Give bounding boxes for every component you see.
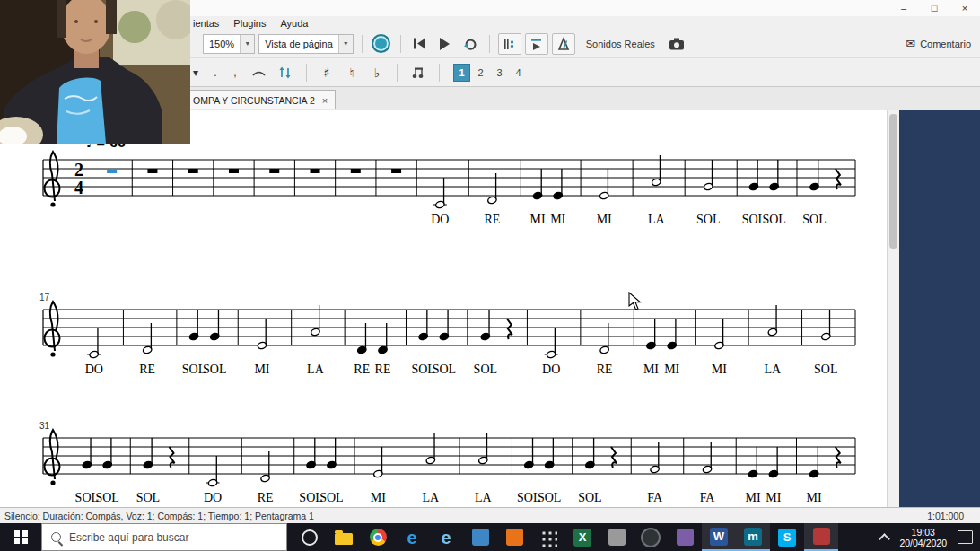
score-canvas[interactable]: 24♩ = 60DOREMIMIMILASOLSOLSOLSOL17DORESO… — [0, 110, 887, 507]
lyric-text[interactable]: MI — [766, 491, 781, 504]
measure-rest[interactable] — [391, 169, 401, 173]
cortana-icon[interactable] — [293, 523, 327, 551]
lyric-text[interactable]: MI — [643, 363, 659, 376]
lyric-text[interactable]: MI — [254, 363, 269, 376]
tie-button[interactable] — [248, 63, 269, 83]
lyric-text[interactable]: DO — [204, 491, 222, 504]
measure-rest[interactable] — [311, 169, 320, 173]
zoom-select[interactable]: 150% ▾ — [203, 34, 255, 54]
tab-close-icon[interactable]: × — [322, 95, 328, 106]
file-explorer-icon[interactable] — [327, 523, 361, 551]
lyric-text[interactable]: FA — [700, 491, 716, 504]
notification-center-icon[interactable] — [958, 530, 973, 544]
rewind-button[interactable] — [409, 34, 431, 54]
beam-button[interactable] — [407, 63, 429, 83]
lyric-text[interactable]: LA — [475, 491, 493, 504]
voice-2-button[interactable]: 2 — [472, 64, 489, 82]
chevron-down-icon[interactable]: ▾ — [188, 63, 203, 83]
lyric-text[interactable]: DO — [431, 213, 449, 226]
skype-icon[interactable]: S — [770, 523, 804, 551]
lyric-text[interactable]: LA — [307, 363, 325, 376]
voice-4-button[interactable]: 4 — [510, 64, 527, 82]
lyric-text[interactable]: RE — [258, 491, 274, 504]
internet-explorer-icon[interactable]: e — [429, 523, 463, 551]
flip-direction-button[interactable] — [275, 63, 296, 83]
lyric-text[interactable]: SOL — [814, 363, 837, 376]
lyric-text[interactable]: MI — [371, 491, 386, 504]
media-player-icon[interactable] — [497, 523, 531, 551]
menu-ayuda[interactable]: Ayuda — [280, 18, 308, 29]
excel-icon[interactable]: X — [565, 523, 599, 551]
lyric-text[interactable]: SOL — [696, 213, 720, 226]
search-input[interactable] — [67, 530, 259, 545]
lyric-text[interactable]: MI — [597, 213, 612, 226]
measure-rest[interactable] — [188, 169, 198, 173]
edge-icon[interactable]: e — [395, 523, 429, 551]
play-repeats-toggle[interactable] — [498, 33, 521, 55]
lyric-text[interactable]: MI — [550, 213, 565, 226]
lyric-text[interactable]: DO — [85, 363, 103, 376]
chevron-up-icon[interactable] — [879, 533, 891, 545]
natural-button[interactable]: ♮ — [342, 63, 362, 83]
lyric-text[interactable]: RE — [375, 363, 391, 376]
lyric-text[interactable]: SOL — [433, 363, 456, 376]
lyric-text[interactable]: SOL — [538, 491, 561, 504]
comment-button[interactable]: ✉ Comentario — [906, 37, 971, 50]
lyric-text[interactable]: SOL — [95, 491, 118, 504]
menu-plugins[interactable]: Plugins — [233, 18, 266, 29]
scrollbar-thumb[interactable] — [889, 114, 897, 249]
taskbar-search[interactable] — [41, 523, 287, 551]
minimize-button[interactable]: – — [888, 0, 919, 16]
score-system-1[interactable]: 24♩ = 60DOREMIMIMILASOLSOLSOLSOL — [0, 124, 862, 258]
lyric-text[interactable]: DO — [542, 363, 560, 376]
lyric-text[interactable]: MI — [746, 491, 761, 504]
sharp-button[interactable]: ♯ — [317, 63, 337, 83]
lyric-text[interactable]: MI — [807, 491, 822, 504]
flat-button[interactable]: ♭ — [367, 63, 387, 83]
measure-rest[interactable] — [269, 169, 279, 173]
view-mode-select[interactable]: Vista de página ▾ — [258, 34, 354, 54]
pan-score-toggle[interactable] — [525, 33, 548, 55]
lyric-text[interactable]: LA — [765, 363, 783, 376]
lyric-text[interactable]: MI — [712, 363, 727, 376]
lyric-text[interactable]: SOL — [474, 363, 497, 376]
measure-rest[interactable] — [147, 169, 157, 173]
sonidos-reales-label[interactable]: Sonidos Reales — [586, 39, 655, 49]
play-button[interactable] — [434, 34, 456, 54]
lyric-text[interactable]: LA — [648, 213, 666, 226]
movies-tv-icon[interactable] — [804, 523, 838, 551]
lyric-text[interactable]: MI — [664, 363, 679, 376]
voice-3-button[interactable]: 3 — [491, 64, 508, 82]
voice-1-button[interactable]: 1 — [453, 64, 470, 82]
score-system-3[interactable]: 31SOLSOLSOLDORESOLSOLMILALASOLSOLSOLFAFA… — [0, 402, 862, 507]
word-icon[interactable]: W — [702, 523, 736, 551]
menu-herramientas[interactable]: ientas — [193, 18, 219, 29]
tab-score[interactable]: OMPA Y CIRCUNSTANCIA 2 × — [185, 90, 336, 109]
lyric-text[interactable]: SOL — [203, 363, 226, 376]
photos-icon[interactable] — [463, 523, 497, 551]
selected-measure-rest[interactable] — [107, 169, 117, 173]
obs-icon[interactable] — [634, 523, 668, 551]
lyric-text[interactable]: FA — [647, 491, 663, 504]
lyric-text[interactable]: SOL — [319, 491, 343, 504]
chrome-icon[interactable] — [361, 523, 395, 551]
paint-3d-icon[interactable] — [668, 523, 702, 551]
taskbar-clock[interactable]: 19:03 20/04/2020 — [899, 527, 947, 548]
measure-rest[interactable] — [229, 169, 239, 173]
musescore-icon[interactable]: m — [736, 523, 770, 551]
start-button[interactable] — [0, 523, 41, 551]
lyric-text[interactable]: SOL — [762, 213, 785, 226]
lyric-text[interactable]: SOL — [802, 213, 826, 226]
measure-rest[interactable] — [351, 169, 361, 173]
lyric-text[interactable]: RE — [354, 363, 370, 376]
lyric-text[interactable]: MI — [529, 213, 545, 226]
metronome-toggle[interactable] — [552, 33, 575, 55]
loop-playback-button[interactable] — [459, 34, 481, 54]
lyric-text[interactable]: LA — [422, 491, 440, 504]
maximize-button[interactable]: □ — [919, 0, 949, 16]
augmentation-dot-button[interactable]: . — [208, 63, 223, 83]
vertical-scrollbar[interactable] — [887, 110, 899, 507]
lyric-text[interactable]: RE — [139, 363, 155, 376]
midi-input-icon[interactable] — [371, 34, 392, 54]
score-system-2[interactable]: 17DORESOLSOLMILARERESOLSOLSOLDOREMIMIMIL… — [0, 274, 862, 408]
